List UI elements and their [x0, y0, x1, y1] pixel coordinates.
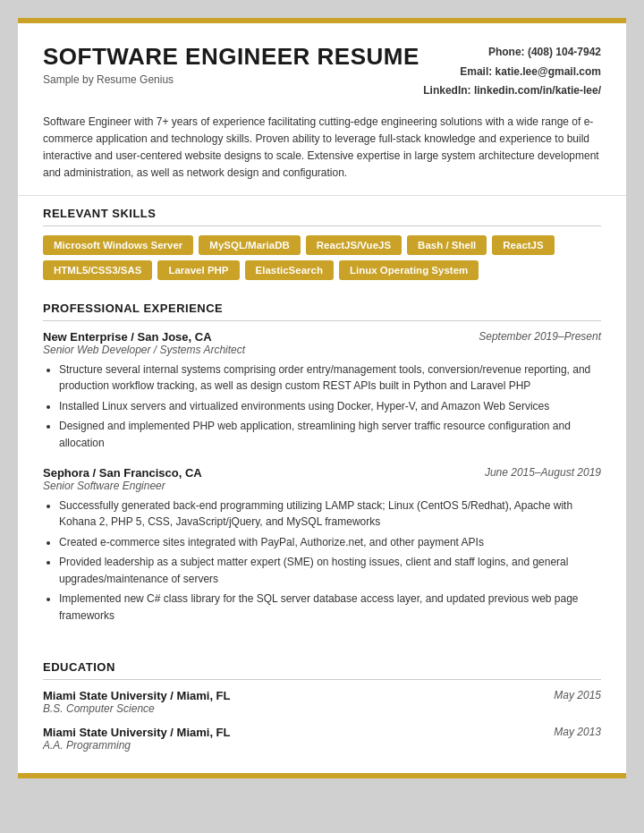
skill-badge: Bash / Shell: [407, 235, 487, 255]
job-entry: Sephora / San Francisco, CAJune 2015–Aug…: [43, 466, 601, 625]
job-header: New Enterprise / San Jose, CASeptember 2…: [43, 330, 601, 344]
email-value: katie.lee@gmail.com: [496, 65, 601, 78]
education-section: EDUCATION Miami State University / Miami…: [18, 650, 626, 773]
jobs-container: New Enterprise / San Jose, CASeptember 2…: [43, 330, 601, 625]
edu-school: Miami State University / Miami, FL: [43, 726, 231, 739]
resume-subtitle: Sample by Resume Genius: [43, 73, 419, 86]
job-company: Sephora / San Francisco, CA: [43, 466, 202, 480]
resume-header: SOFTWARE ENGINEER RESUME Sample by Resum…: [18, 23, 626, 114]
skill-badge: Microsoft Windows Server: [43, 235, 193, 255]
job-bullet: Provided leadership as a subject matter …: [59, 554, 601, 587]
job-date: June 2015–August 2019: [485, 466, 601, 479]
linkedin-value: linkedin.com/in/katie-lee/: [474, 84, 601, 97]
header-left: SOFTWARE ENGINEER RESUME Sample by Resum…: [43, 43, 419, 86]
experience-section: PROFESSIONAL EXPERIENCE New Enterprise /…: [18, 291, 626, 650]
job-bullet: Created e-commerce sites integrated with…: [59, 534, 601, 551]
resume-document: SOFTWARE ENGINEER RESUME Sample by Resum…: [18, 18, 626, 778]
skill-badge: Linux Operating System: [339, 260, 479, 280]
summary-text: Software Engineer with 7+ years of exper…: [43, 114, 601, 183]
linkedin-label: LinkedIn:: [423, 84, 470, 97]
phone-label: Phone:: [488, 46, 525, 58]
edu-entry: Miami State University / Miami, FLB.S. C…: [43, 689, 601, 715]
job-bullet: Structure several internal systems compr…: [59, 361, 601, 395]
header-contact: Phone: (408) 104-7942 Email: katie.lee@g…: [423, 43, 601, 101]
job-bullets: Successfully generated back-end programm…: [43, 497, 601, 625]
skill-badge: ReactJS: [492, 235, 554, 255]
edu-date: May 2015: [554, 689, 601, 701]
skills-container: Microsoft Windows ServerMySQL/MariaDBRea…: [43, 235, 601, 280]
edu-degree: A.A. Programming: [43, 739, 231, 752]
edu-date: May 2013: [554, 726, 601, 738]
job-bullet: Successfully generated back-end programm…: [59, 497, 601, 531]
email-line: Email: katie.lee@gmail.com: [423, 63, 601, 82]
resume-summary: Software Engineer with 7+ years of exper…: [18, 114, 626, 196]
job-bullet: Implemented new C# class library for the…: [59, 591, 601, 624]
skill-badge: ElasticSearch: [245, 260, 334, 280]
job-bullet: Designed and implemented PHP web applica…: [59, 418, 601, 451]
phone-value: (408) 104-7942: [528, 46, 601, 58]
phone-line: Phone: (408) 104-7942: [423, 43, 601, 63]
skill-badge: HTML5/CSS3/SAS: [43, 260, 152, 280]
skill-badge: ReactJS/VueJS: [306, 235, 402, 255]
job-entry: New Enterprise / San Jose, CASeptember 2…: [43, 330, 601, 452]
job-bullets: Structure several internal systems compr…: [43, 361, 601, 452]
edu-school: Miami State University / Miami, FL: [43, 689, 231, 702]
edu-entry: Miami State University / Miami, FLA.A. P…: [43, 726, 601, 752]
edu-left: Miami State University / Miami, FLB.S. C…: [43, 689, 231, 715]
experience-section-title: PROFESSIONAL EXPERIENCE: [43, 302, 601, 321]
skill-badge: Laravel PHP: [157, 260, 239, 280]
edu-degree: B.S. Computer Science: [43, 702, 231, 715]
job-title: Senior Web Developer / Systems Architect: [43, 344, 601, 356]
education-section-title: EDUCATION: [43, 660, 601, 680]
job-title: Senior Software Engineer: [43, 480, 601, 492]
edu-left: Miami State University / Miami, FLA.A. P…: [43, 726, 231, 752]
education-container: Miami State University / Miami, FLB.S. C…: [43, 689, 601, 752]
linkedin-line: LinkedIn: linkedin.com/in/katie-lee/: [423, 81, 601, 101]
skills-section-title: RELEVANT SKILLS: [43, 207, 601, 226]
skills-section: RELEVANT SKILLS Microsoft Windows Server…: [18, 196, 626, 291]
job-date: September 2019–Present: [479, 330, 601, 343]
job-company: New Enterprise / San Jose, CA: [43, 330, 212, 344]
skill-badge: MySQL/MariaDB: [199, 235, 300, 255]
job-header: Sephora / San Francisco, CAJune 2015–Aug…: [43, 466, 601, 480]
resume-title: SOFTWARE ENGINEER RESUME: [43, 43, 419, 71]
job-bullet: Installed Linux servers and virtualized …: [59, 398, 601, 415]
email-label: Email:: [460, 65, 492, 78]
